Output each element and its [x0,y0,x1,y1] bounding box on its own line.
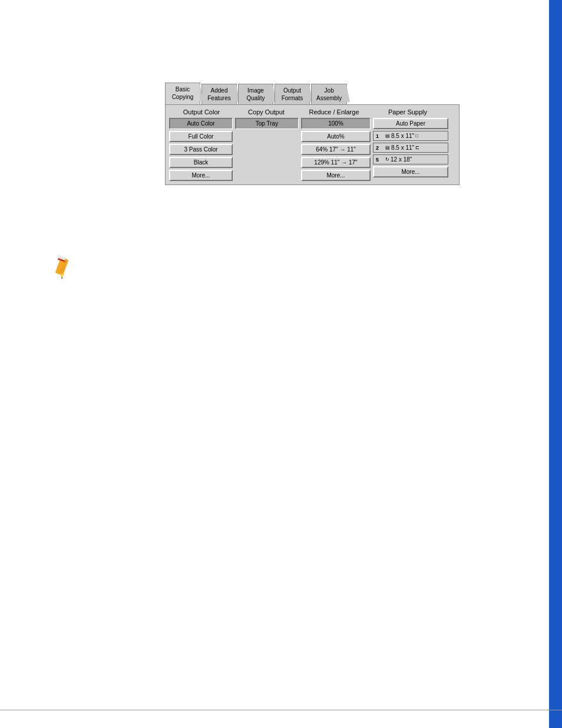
header-copy-output: Copy Output [234,108,299,116]
tray-1-size: 8.5 x 11" [391,133,414,139]
pencil-icon [47,253,77,283]
tray-2-number: 2 [376,145,384,151]
paper-supply-column: Auto Paper 1 ▤ 8.5 x 11" □ 2 ▤ 8.5 x 11"… [373,118,448,181]
btn-full-color[interactable]: Full Color [169,131,233,142]
tray-1-number: 1 [376,133,384,139]
tray-5-icon: ↻ [385,157,389,162]
tray-1-portrait-icon: □ [415,133,418,139]
btn-top-tray[interactable]: Top Tray [235,118,299,129]
tray-5-size: 12 x 18" [391,156,412,163]
tray-2-size: 8.5 x 11" [391,144,414,151]
tray-5-number: 5 [376,157,384,163]
btn-129pct[interactable]: 129% 11" → 17" [301,157,371,168]
tab-basic-copying[interactable]: BasicCopying [165,83,200,104]
tab-image-quality[interactable]: ImageQuality [238,84,273,104]
tray-1-icon: ▤ [385,133,390,139]
copy-output-column: Top Tray [235,118,299,181]
tray-2-landscape-icon: ⊏ [415,145,419,150]
tabs-row: BasicCopying AddedFeatures ImageQuality … [165,83,459,104]
tab-job-assembly[interactable]: JobAssembly [311,84,347,104]
output-color-column: Auto Color Full Color 3 Pass Color Black… [169,118,233,181]
bottom-divider [0,710,562,710]
btn-auto-pct[interactable]: Auto% [301,131,371,142]
copying-panel: BasicCopying AddedFeatures ImageQuality … [165,83,459,185]
right-sidebar [549,0,562,728]
btn-black[interactable]: Black [169,157,233,168]
btn-more-reduce[interactable]: More... [301,170,371,181]
column-headers: Output Color Copy Output Reduce / Enlarg… [169,108,455,116]
btn-64pct[interactable]: 64% 17" → 11" [301,144,371,155]
btn-auto-color[interactable]: Auto Color [169,118,233,129]
btn-more-paper[interactable]: More... [373,166,448,177]
paper-tray-2[interactable]: 2 ▤ 8.5 x 11" ⊏ [373,143,448,153]
columns-row: Auto Color Full Color 3 Pass Color Black… [169,118,455,181]
tab-added-features[interactable]: AddedFeatures [201,84,237,104]
reduce-enlarge-column: 100% Auto% 64% 17" → 11" 129% 11" → 17" … [301,118,371,181]
paper-tray-1[interactable]: 1 ▤ 8.5 x 11" □ [373,131,448,141]
tab-output-formats[interactable]: OutputFormats [275,84,310,104]
panel-content: Output Color Copy Output Reduce / Enlarg… [165,104,459,185]
btn-more-color[interactable]: More... [169,170,233,181]
tray-2-icon: ▤ [385,145,390,150]
btn-auto-paper[interactable]: Auto Paper [373,118,448,129]
btn-3-pass-color[interactable]: 3 Pass Color [169,144,233,155]
header-paper-supply: Paper Supply [369,108,446,116]
header-reduce-enlarge: Reduce / Enlarge [299,108,369,116]
paper-tray-5[interactable]: 5 ↻ 12 x 18" [373,154,448,164]
btn-100pct[interactable]: 100% [301,118,371,129]
header-output-color: Output Color [169,108,234,116]
